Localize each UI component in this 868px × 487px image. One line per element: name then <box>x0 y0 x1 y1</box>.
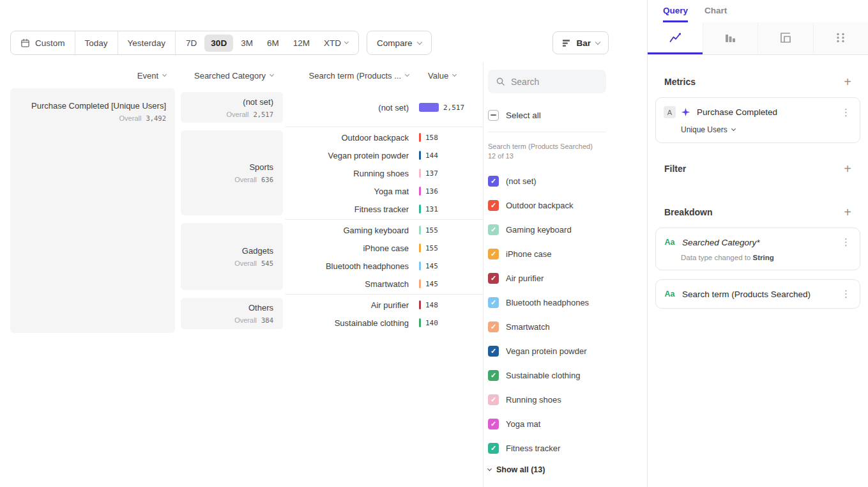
value-label: 145 <box>425 262 438 270</box>
checked-checkbox[interactable]: ✓ <box>488 370 499 381</box>
checked-checkbox[interactable]: ✓ <box>488 224 499 235</box>
event-cell[interactable]: Purchase Completed [Unique Users] Overal… <box>10 88 175 333</box>
term-row[interactable]: Bluetooth headphones145 <box>286 257 483 275</box>
custom-date-button[interactable]: Custom <box>11 31 75 54</box>
checked-checkbox[interactable]: ✓ <box>488 249 499 259</box>
query-sections: Metrics + A Purchase Completed ⋮ Unique … <box>648 55 868 309</box>
checked-checkbox[interactable]: ✓ <box>488 419 499 429</box>
term-label: Outdoor backpack <box>286 133 409 143</box>
checked-checkbox[interactable]: ✓ <box>488 443 499 454</box>
metric-card[interactable]: A Purchase Completed ⋮ Unique Users <box>655 97 860 143</box>
column-header-event[interactable]: Event <box>10 71 175 81</box>
chart-type-dropdown[interactable]: Bar <box>552 31 609 54</box>
category-overall: Overall545 <box>234 259 273 267</box>
term-row[interactable]: Sustainable clothing140 <box>286 314 483 332</box>
tab-chart[interactable]: Chart <box>704 0 727 22</box>
measure-dropdown[interactable]: Unique Users <box>681 125 852 134</box>
add-metric-button[interactable]: + <box>844 75 851 88</box>
range-button-30d[interactable]: 30D <box>204 35 233 52</box>
legend-item[interactable]: ✓Bluetooth headphones <box>488 290 647 314</box>
legend-item-label: Fitness tracker <box>506 444 560 453</box>
chart-type-label: Bar <box>576 38 591 48</box>
range-button-6m[interactable]: 6M <box>261 35 286 52</box>
metric-menu-kebab[interactable]: ⋮ <box>840 107 852 118</box>
select-all-toggle[interactable]: Select all <box>488 110 647 121</box>
legend-item[interactable]: ✓Sustainable clothing <box>488 363 647 387</box>
legend-item[interactable]: ✓Fitness tracker <box>488 436 647 460</box>
value-label: 148 <box>425 301 438 309</box>
column-header-searched-category[interactable]: Searched Category <box>181 71 283 81</box>
string-property-icon: Aa <box>664 290 676 298</box>
checked-checkbox[interactable]: ✓ <box>488 394 499 405</box>
add-filter-button[interactable]: + <box>844 162 851 175</box>
yesterday-button[interactable]: Yesterday <box>118 31 176 54</box>
legend-item-label: Sustainable clothing <box>506 371 580 380</box>
legend-item[interactable]: ✓Gaming keyboard <box>488 217 647 242</box>
value-label: 131 <box>425 205 438 213</box>
tab-query[interactable]: Query <box>663 0 688 22</box>
checked-checkbox[interactable]: ✓ <box>488 346 499 357</box>
funnels-tab[interactable] <box>703 22 758 54</box>
legend-item-label: Running shoes <box>506 395 561 405</box>
legend-item[interactable]: ✓Smartwatch <box>488 314 647 339</box>
column-header-value[interactable]: Value <box>428 71 456 81</box>
value-label: 136 <box>425 187 438 196</box>
breakdown-menu-kebab[interactable]: ⋮ <box>840 288 852 300</box>
checked-checkbox[interactable]: ✓ <box>488 176 499 187</box>
range-button-7d[interactable]: 7D <box>179 35 203 52</box>
checked-checkbox[interactable]: ✓ <box>488 273 499 284</box>
retention-tab[interactable] <box>758 22 813 54</box>
term-row[interactable]: Outdoor backpack158 <box>286 128 483 146</box>
term-row[interactable]: Gaming keyboard155 <box>286 221 483 239</box>
category-overall: Overall2,517 <box>227 111 273 118</box>
term-row[interactable]: iPhone case155 <box>286 239 483 257</box>
legend-item[interactable]: ✓iPhone case <box>488 242 647 266</box>
term-row[interactable]: Running shoes137 <box>286 164 483 182</box>
term-row[interactable]: (not set)2,517 <box>286 98 483 116</box>
legend-item[interactable]: ✓Vegan protein powder <box>488 339 647 363</box>
category-cell[interactable]: (not set)Overall2,517 <box>181 92 283 123</box>
term-row[interactable]: Air purifier148 <box>286 296 483 314</box>
range-button-xtd[interactable]: XTD <box>317 35 354 52</box>
add-breakdown-button[interactable]: + <box>844 206 851 219</box>
legend-item-label: Air purifier <box>506 274 544 283</box>
legend-item[interactable]: ✓Air purifier <box>488 266 647 290</box>
app-window: Custom Today Yesterday 7D30D3M6M12MXTD C… <box>0 0 868 487</box>
legend-item[interactable]: ✓Running shoes <box>488 387 647 412</box>
indeterminate-checkbox[interactable] <box>488 110 499 121</box>
search-icon <box>496 77 505 86</box>
compare-button[interactable]: Compare <box>367 31 432 55</box>
show-all-link[interactable]: Show all (13) <box>488 465 647 474</box>
checked-checkbox[interactable]: ✓ <box>488 200 499 211</box>
category-overall: Overall384 <box>234 316 273 324</box>
value-bar <box>419 279 421 288</box>
legend-item[interactable]: ✓Yoga mat <box>488 412 647 436</box>
legend-item[interactable]: ✓Outdoor backpack <box>488 193 647 217</box>
legend-search-input[interactable]: Search <box>488 70 606 93</box>
range-button-3m[interactable]: 3M <box>234 35 259 52</box>
term-row[interactable]: Vegan protein powder144 <box>286 146 483 164</box>
range-button-12m[interactable]: 12M <box>287 35 316 52</box>
metric-event-name: Purchase Completed <box>697 107 835 117</box>
breakdown-menu-kebab[interactable]: ⋮ <box>840 236 852 248</box>
today-button[interactable]: Today <box>75 31 118 54</box>
checked-checkbox[interactable]: ✓ <box>488 297 499 308</box>
legend-item[interactable]: ✓(not set) <box>488 169 647 193</box>
breakdown-section-header: Breakdown + <box>655 206 860 219</box>
category-cell[interactable]: SportsOverall636 <box>181 130 283 215</box>
column-header-search-term[interactable]: Search term (Products ... <box>286 71 409 81</box>
checked-checkbox[interactable]: ✓ <box>488 321 499 332</box>
category-cell[interactable]: OthersOverall384 <box>181 298 283 329</box>
value-bar <box>419 226 421 235</box>
breakdown-card-searched-category[interactable]: Aa Searched Category* ⋮ Data type change… <box>655 228 860 270</box>
term-row[interactable]: Yoga mat136 <box>286 182 483 200</box>
term-row[interactable]: Fitness tracker131 <box>286 200 483 218</box>
flows-tab[interactable] <box>813 22 868 54</box>
breakdown-property-name: Searched Category* <box>682 238 835 247</box>
breakdown-card-search-term[interactable]: Aa Search term (Products Searched) ⋮ <box>655 279 860 309</box>
term-row[interactable]: Smartwatch145 <box>286 275 483 293</box>
event-sparkle-icon <box>681 107 690 117</box>
metrics-title: Metrics <box>664 77 696 87</box>
category-cell[interactable]: GadgetsOverall545 <box>181 223 283 290</box>
insights-tab[interactable] <box>648 22 703 54</box>
